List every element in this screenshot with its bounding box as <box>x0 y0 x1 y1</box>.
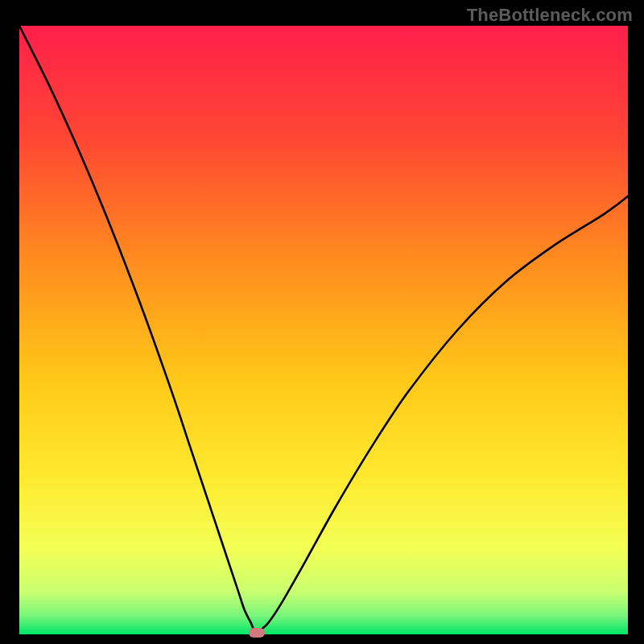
chart-frame: TheBottleneck.com <box>0 0 644 644</box>
bottleneck-chart <box>19 26 628 634</box>
gradient-background <box>19 26 628 634</box>
watermark-text: TheBottleneck.com <box>467 5 633 26</box>
optimal-point-marker <box>249 628 265 638</box>
